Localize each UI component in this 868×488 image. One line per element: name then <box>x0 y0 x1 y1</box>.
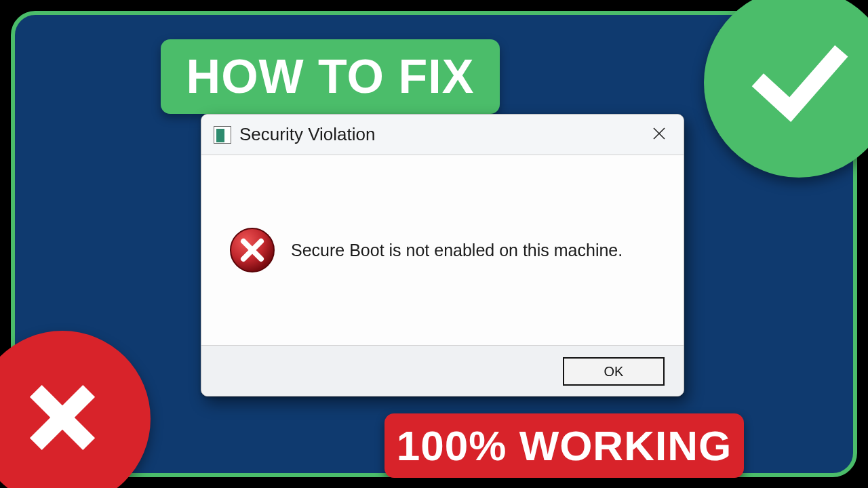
cross-circle <box>0 331 151 488</box>
checkmark-icon <box>745 27 853 138</box>
dialog-title: Security Violation <box>239 124 644 145</box>
ok-button-label: OK <box>604 364 624 380</box>
thumbnail-frame: HOW TO FIX Security Violation <box>11 11 857 477</box>
error-icon <box>229 226 276 274</box>
dialog-titlebar[interactable]: Security Violation <box>201 115 684 155</box>
dialog-body: Secure Boot is not enabled on this machi… <box>201 155 684 345</box>
app-icon <box>214 126 231 144</box>
close-button[interactable] <box>644 120 674 150</box>
dialog-message: Secure Boot is not enabled on this machi… <box>291 241 623 260</box>
close-icon <box>652 127 666 143</box>
banner-bottom-text: 100% WORKING <box>397 422 732 470</box>
check-circle <box>704 0 868 178</box>
ok-button[interactable]: OK <box>563 357 665 386</box>
banner-top-text: HOW TO FIX <box>186 49 475 104</box>
security-violation-dialog: Security Violation <box>201 114 684 396</box>
how-to-fix-banner: HOW TO FIX <box>161 39 500 114</box>
cross-icon <box>15 370 110 468</box>
dialog-footer: OK <box>201 345 684 396</box>
working-banner: 100% WORKING <box>384 413 744 478</box>
